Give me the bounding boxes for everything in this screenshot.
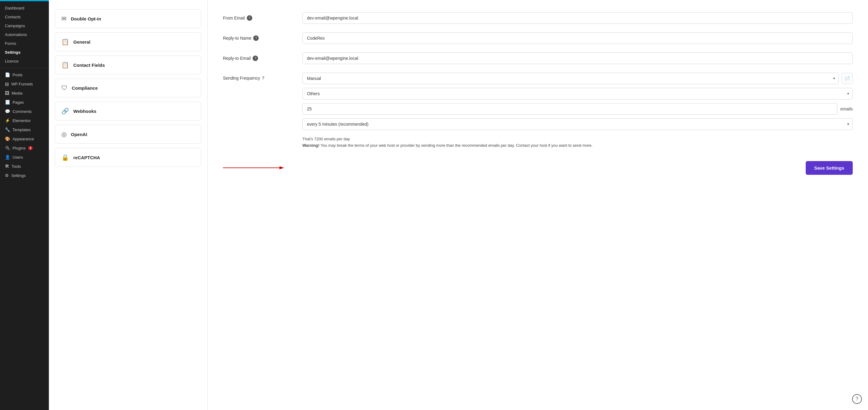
save-settings-button[interactable]: Save Settings — [806, 161, 853, 175]
card-label: Compliance — [72, 86, 98, 91]
settings-panel: ✉Double Opt-in📋General📋Contact Fields🛡Co… — [49, 0, 208, 410]
sidebar-item-templates[interactable]: 🔧Templates — [0, 125, 49, 134]
sidebar-label: Elementor — [12, 118, 31, 123]
from-email-input[interactable] — [302, 12, 853, 24]
contact-fields-icon: 📋 — [61, 61, 69, 69]
sidebar-top-item[interactable]: Settings — [0, 48, 49, 57]
sidebar-label: Users — [12, 155, 23, 160]
templates-icon: 🔧 — [5, 127, 10, 132]
reply-to-name-label: Reply-to Name ? — [223, 35, 302, 41]
sidebar-top-item[interactable]: Contacts — [0, 12, 49, 21]
reply-to-name-row: Reply-to Name ? — [223, 32, 853, 44]
elementor-icon: ⚡ — [5, 118, 10, 123]
card-label: OpenAI — [71, 132, 87, 137]
emails-suffix-label: emails — [840, 106, 853, 111]
card-label: Contact Fields — [73, 63, 105, 68]
frequency-select[interactable]: Manual Automatic — [302, 73, 839, 84]
recaptcha-icon: 🔒 — [61, 154, 69, 161]
sending-freq-controls: Manual Automatic ▾ 📄 Others SendGrid Mai… — [302, 73, 853, 149]
sidebar-label: Appearance — [12, 137, 34, 141]
svg-marker-1 — [279, 166, 284, 169]
interval-select[interactable]: every 5 minutes (recommended) every 10 m… — [302, 118, 853, 130]
webhooks-icon: 🔗 — [61, 107, 69, 115]
badge: 3 — [28, 146, 33, 150]
comments-icon: 💬 — [5, 109, 10, 114]
sidebar-item-pages[interactable]: 📃Pages — [0, 98, 49, 107]
main-nav: 📄Posts▤WP Funnels🖼Media📃Pages💬Comments⚡E… — [0, 68, 49, 182]
wp-funnels-icon: ▤ — [5, 81, 9, 86]
sidebar-label: Plugins — [12, 146, 26, 150]
settings-card-recaptcha[interactable]: 🔒reCAPTCHA — [55, 148, 201, 167]
provider-select[interactable]: Others SendGrid Mailgun — [302, 88, 853, 99]
settings-card-contact-fields[interactable]: 📋Contact Fields — [55, 56, 201, 74]
form-panel: From Email ? Reply-to Name ? Reply-to Em… — [208, 0, 868, 410]
save-row: Save Settings — [223, 161, 853, 175]
sidebar-item-posts[interactable]: 📄Posts — [0, 70, 49, 79]
doc-icon[interactable]: 📄 — [842, 73, 853, 84]
tools-icon: 🛠 — [5, 164, 9, 169]
double-opt-in-icon: ✉ — [61, 15, 67, 22]
sidebar-label: Templates — [12, 128, 31, 132]
sidebar-top-item[interactable]: Automations — [0, 30, 49, 39]
help-circle-button[interactable]: ? — [852, 394, 862, 404]
sidebar-label: WP Funnels — [11, 82, 33, 86]
sidebar-item-media[interactable]: 🖼Media — [0, 89, 49, 98]
sending-frequency-area: Sending Frequency ? Manual Automatic ▾ 📄 — [223, 73, 853, 149]
sidebar-item-comments[interactable]: 💬Comments — [0, 107, 49, 116]
reply-to-email-row: Reply-to Email ? — [223, 53, 853, 64]
pages-icon: 📃 — [5, 100, 10, 105]
sidebar-top-item[interactable]: Dashboard — [0, 4, 49, 12]
posts-icon: 📄 — [5, 72, 10, 77]
sidebar: DashboardContactsCampaignsAutomationsFor… — [0, 0, 49, 410]
arrow-svg — [223, 165, 284, 171]
warning-box: That's 7200 emails per day Warning! You … — [302, 136, 853, 149]
frequency-select-row: Manual Automatic ▾ 📄 — [302, 73, 853, 84]
sidebar-item-appearance[interactable]: 🎨Appearance — [0, 134, 49, 143]
from-email-help-icon[interactable]: ? — [247, 15, 252, 21]
card-label: Webhooks — [73, 109, 96, 114]
sidebar-label: Settings — [11, 173, 26, 178]
settings-icon: ⚙ — [5, 173, 9, 178]
top-nav: DashboardContactsCampaignsAutomationsFor… — [0, 1, 49, 68]
sidebar-item-settings[interactable]: ⚙Settings — [0, 171, 49, 180]
sidebar-item-elementor[interactable]: ⚡Elementor — [0, 116, 49, 125]
sidebar-label: Tools — [11, 164, 21, 169]
settings-card-compliance[interactable]: 🛡Compliance — [55, 79, 201, 97]
settings-card-webhooks[interactable]: 🔗Webhooks — [55, 102, 201, 121]
openai-icon: ◎ — [61, 131, 67, 138]
sidebar-top-item[interactable]: Forms — [0, 39, 49, 48]
reply-to-email-help-icon[interactable]: ? — [253, 56, 258, 61]
frequency-select-wrapper: Manual Automatic ▾ — [302, 73, 839, 84]
sidebar-item-users[interactable]: 👤Users — [0, 152, 49, 162]
appearance-icon: 🎨 — [5, 136, 10, 141]
reply-to-email-input[interactable] — [302, 53, 853, 64]
plugins-icon: 🔌 — [5, 145, 10, 150]
from-email-label: From Email ? — [223, 15, 302, 21]
provider-select-wrapper: Others SendGrid Mailgun ▾ — [302, 88, 853, 99]
sidebar-top-item[interactable]: Licence — [0, 57, 49, 66]
card-label: Double Opt-in — [71, 16, 101, 21]
main-wrapper: ✉Double Opt-in📋General📋Contact Fields🛡Co… — [49, 0, 868, 410]
sidebar-item-tools[interactable]: 🛠Tools — [0, 162, 49, 171]
emails-count-input[interactable] — [302, 103, 837, 115]
reply-to-name-input[interactable] — [302, 32, 853, 44]
media-icon: 🖼 — [5, 91, 9, 96]
sidebar-label: Pages — [12, 100, 24, 105]
from-email-row: From Email ? — [223, 12, 853, 24]
warning-text: Warning! You may break the terms of your… — [302, 142, 853, 149]
sidebar-label: Media — [11, 91, 22, 96]
sidebar-item-plugins[interactable]: 🔌Plugins3 — [0, 143, 49, 152]
sidebar-label: Comments — [12, 109, 32, 114]
interval-select-wrapper: every 5 minutes (recommended) every 10 m… — [302, 118, 853, 130]
general-icon: 📋 — [61, 38, 69, 45]
settings-card-openai[interactable]: ◎OpenAI — [55, 125, 201, 144]
card-label: General — [73, 39, 90, 44]
settings-card-general[interactable]: 📋General — [55, 32, 201, 51]
compliance-icon: 🛡 — [61, 84, 67, 92]
reply-to-name-help-icon[interactable]: ? — [253, 35, 259, 41]
sidebar-top-item[interactable]: Campaigns — [0, 21, 49, 30]
settings-card-double-opt-in[interactable]: ✉Double Opt-in — [55, 9, 201, 28]
sending-frequency-help-icon[interactable]: ? — [262, 76, 264, 80]
sidebar-item-wp-funnels[interactable]: ▤WP Funnels — [0, 79, 49, 89]
sending-frequency-label: Sending Frequency ? — [223, 73, 302, 80]
